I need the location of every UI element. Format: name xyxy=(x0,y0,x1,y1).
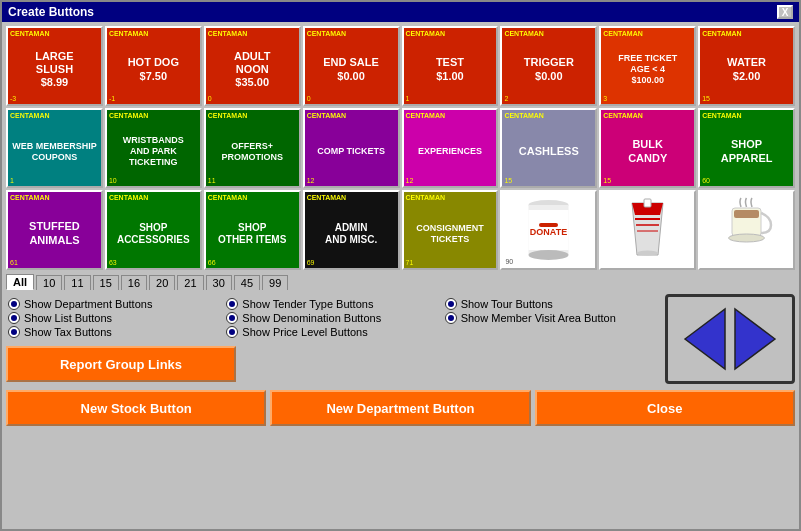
report-group-button-row: Report Group Links xyxy=(6,346,661,382)
svg-point-11 xyxy=(637,251,658,256)
button-admin-misc[interactable]: CENTAMAN ADMINand MISC. 69 xyxy=(303,190,400,270)
nav-diamond-panel xyxy=(665,294,795,384)
checkboxes-grid: Show Department Buttons Show Tender Type… xyxy=(6,294,661,342)
checkbox-tax: Show Tax Buttons xyxy=(8,326,222,338)
window-title: Create Buttons xyxy=(8,5,94,19)
button-shop-accessories[interactable]: CENTAMAN shopACCESSORIES 63 xyxy=(105,190,202,270)
checkbox-price-level-label: Show Price Level Buttons xyxy=(242,326,367,338)
svg-marker-16 xyxy=(685,309,725,369)
coffee-cup-icon xyxy=(719,195,774,265)
radio-tax[interactable] xyxy=(8,326,20,338)
buttons-grid: CENTAMAN LargeSlush$8.99 -3 CENTAMAN Hot… xyxy=(6,26,795,270)
tab-20[interactable]: 20 xyxy=(149,275,175,290)
tab-99[interactable]: 99 xyxy=(262,275,288,290)
button-free-ticket[interactable]: CENTAMAN FREE TICKETAge < 4$100.00 3 xyxy=(599,26,696,106)
tab-21[interactable]: 21 xyxy=(177,275,203,290)
svg-rect-12 xyxy=(644,199,651,207)
tab-16[interactable]: 16 xyxy=(121,275,147,290)
button-large-slush[interactable]: CENTAMAN LargeSlush$8.99 -3 xyxy=(6,26,103,106)
checkbox-list: Show List Buttons xyxy=(8,312,222,324)
button-test[interactable]: CENTAMAN TEST$1.00 1 xyxy=(402,26,499,106)
button-trigger[interactable]: CENTAMAN TRIGGER$0.00 2 xyxy=(500,26,597,106)
button-coffee[interactable] xyxy=(698,190,795,270)
svg-text:DONATE: DONATE xyxy=(530,227,567,237)
button-donate[interactable]: DONATE 90 xyxy=(500,190,597,270)
checkbox-tax-label: Show Tax Buttons xyxy=(24,326,112,338)
radio-department[interactable] xyxy=(8,298,20,310)
radio-price-level[interactable] xyxy=(226,326,238,338)
checkboxes-section: Show Department Buttons Show Tender Type… xyxy=(6,294,661,382)
button-shop-apparel[interactable]: CENTAMAN SHOPAPPAREL 60 xyxy=(698,108,795,188)
tab-45[interactable]: 45 xyxy=(234,275,260,290)
tab-11[interactable]: 11 xyxy=(64,275,90,290)
checkbox-tour: Show Tour Buttons xyxy=(445,298,659,310)
titlebar: Create Buttons X xyxy=(2,2,799,22)
new-stock-button[interactable]: New Stock Button xyxy=(6,390,266,426)
bottom-area: Show Department Buttons Show Tender Type… xyxy=(6,294,795,384)
checkbox-tour-label: Show Tour Buttons xyxy=(461,298,553,310)
button-stuffed-animals[interactable]: CENTAMAN STUFFEDANIMALS 61 xyxy=(6,190,103,270)
checkbox-tender: Show Tender Type Buttons xyxy=(226,298,440,310)
button-bulk-candy[interactable]: CENTAMAN BULKCANDY 15 xyxy=(599,108,696,188)
checkbox-tender-label: Show Tender Type Buttons xyxy=(242,298,373,310)
checkbox-denomination-label: Show Denomination Buttons xyxy=(242,312,381,324)
checkbox-list-label: Show List Buttons xyxy=(24,312,112,324)
checkbox-member-visit-label: Show Member Visit Area Button xyxy=(461,312,616,324)
button-web-membership[interactable]: CENTAMAN Web MembershipCoupons 1 xyxy=(6,108,103,188)
button-shop-other[interactable]: CENTAMAN shopOTHER ITEMS 66 xyxy=(204,190,301,270)
checkbox-department: Show Department Buttons xyxy=(8,298,222,310)
button-experiences[interactable]: CENTAMAN EXPERIENCES 12 xyxy=(402,108,499,188)
bottom-buttons-row: New Stock Button New Department Button C… xyxy=(6,388,795,428)
nav-diamond-icon xyxy=(675,304,785,374)
tab-15[interactable]: 15 xyxy=(93,275,119,290)
checkbox-department-label: Show Department Buttons xyxy=(24,298,152,310)
button-offers-promotions[interactable]: CENTAMAN OFFERS+PROMOTIONS 11 xyxy=(204,108,301,188)
donate-number: 90 xyxy=(505,258,513,265)
tab-10[interactable]: 10 xyxy=(36,275,62,290)
button-wristbands[interactable]: CENTAMAN WRISTBANDSand PARKTICKETING 10 xyxy=(105,108,202,188)
svg-rect-15 xyxy=(734,210,759,218)
svg-rect-5 xyxy=(539,223,558,227)
button-end-sale[interactable]: CENTAMAN END SALE$0.00 0 xyxy=(303,26,400,106)
donate-can-icon: DONATE xyxy=(521,195,576,265)
button-adult-noon[interactable]: CENTAMAN ADULTNOON$35.00 0 xyxy=(204,26,301,106)
window-close-button[interactable]: X xyxy=(777,5,793,19)
tab-30[interactable]: 30 xyxy=(206,275,232,290)
drink-cup-icon xyxy=(620,195,675,265)
radio-tender[interactable] xyxy=(226,298,238,310)
button-consignment[interactable]: CENTAMAN CONSIGNMENTTICKETS 71 xyxy=(402,190,499,270)
button-comp-tickets[interactable]: CENTAMAN COMP TICKETS 12 xyxy=(303,108,400,188)
checkbox-price-level: Show Price Level Buttons xyxy=(226,326,440,338)
new-department-button[interactable]: New Department Button xyxy=(270,390,530,426)
close-button[interactable]: Close xyxy=(535,390,795,426)
button-cashless[interactable]: CENTAMAN CASHLESS 15 xyxy=(500,108,597,188)
svg-point-14 xyxy=(729,234,765,242)
tabs-row: All 10 11 15 16 20 21 30 45 99 xyxy=(6,274,795,290)
svg-point-2 xyxy=(529,250,569,260)
radio-member-visit[interactable] xyxy=(445,312,457,324)
tab-all[interactable]: All xyxy=(6,274,34,290)
button-drink[interactable] xyxy=(599,190,696,270)
content-area: CENTAMAN LargeSlush$8.99 -3 CENTAMAN Hot… xyxy=(2,22,799,529)
radio-denomination[interactable] xyxy=(226,312,238,324)
svg-marker-17 xyxy=(735,309,775,369)
radio-tour[interactable] xyxy=(445,298,457,310)
checkbox-denomination: Show Denomination Buttons xyxy=(226,312,440,324)
button-hot-dog[interactable]: CENTAMAN Hot Dog$7.50 -1 xyxy=(105,26,202,106)
checkbox-member-visit: Show Member Visit Area Button xyxy=(445,312,659,324)
radio-list[interactable] xyxy=(8,312,20,324)
button-water[interactable]: CENTAMAN Water$2.00 15 xyxy=(698,26,795,106)
report-group-links-button[interactable]: Report Group Links xyxy=(6,346,236,382)
main-window: Create Buttons X CENTAMAN LargeSlush$8.9… xyxy=(0,0,801,531)
